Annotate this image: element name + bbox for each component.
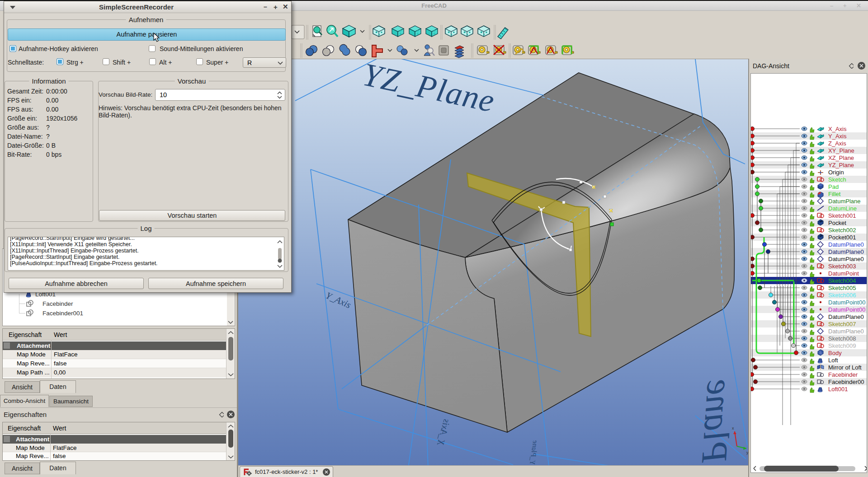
svg-text:Plane: Plane — [694, 378, 740, 465]
svg-text:Sketch008: Sketch008 — [828, 335, 856, 342]
svg-text:Mirror of Loft: Mirror of Loft — [828, 364, 862, 371]
svg-text:Pocket: Pocket — [828, 220, 846, 226]
svg-text:Facebinder00: Facebinder00 — [828, 379, 864, 385]
svg-text:Z_Axis: Z_Axis — [828, 140, 846, 147]
svg-text:Sketch005: Sketch005 — [828, 285, 856, 291]
svg-text:Sketch002: Sketch002 — [828, 227, 856, 234]
svg-text:Facebinder: Facebinder — [828, 371, 858, 378]
svg-text:DatumLine: DatumLine — [828, 205, 857, 212]
svg-text:Body: Body — [828, 350, 842, 356]
svg-text:Origin: Origin — [828, 169, 844, 176]
svg-text:DatumPlane: DatumPlane — [828, 198, 861, 205]
svg-text:Sketch009: Sketch009 — [828, 342, 856, 349]
svg-text:YZ_Plane: YZ_Plane — [828, 162, 854, 168]
svg-text:DatumPlane0: DatumPlane0 — [828, 256, 864, 262]
svg-text:XY_Plane: XY_Plane — [828, 147, 854, 154]
svg-text:Loft: Loft — [828, 357, 838, 364]
svg-text:Sketch001: Sketch001 — [828, 212, 856, 219]
svg-text:DatumPoint: DatumPoint — [828, 270, 859, 277]
svg-text:x: x — [732, 426, 734, 430]
svg-text:Y_Axis: Y_Axis — [828, 133, 847, 140]
svg-text:X_Axis: X_Axis — [828, 126, 847, 132]
svg-text:Sketch007: Sketch007 — [828, 321, 856, 327]
svg-text:Sketch004: Sketch004 — [828, 277, 856, 284]
svg-text:DatumPlane0: DatumPlane0 — [828, 248, 864, 255]
svg-text:Fillet: Fillet — [828, 191, 841, 197]
svg-text:XZ_Plane: XZ_Plane — [828, 154, 854, 161]
svg-text:DatumPoint00: DatumPoint00 — [828, 306, 865, 313]
svg-text:Sketch006: Sketch006 — [828, 292, 856, 299]
svg-text:DatumPlane0: DatumPlane0 — [828, 328, 864, 335]
svg-text:Loft001: Loft001 — [828, 386, 848, 393]
svg-text:DatumPlane0: DatumPlane0 — [828, 313, 864, 320]
svg-text:DatumPlane0: DatumPlane0 — [828, 241, 864, 248]
svg-text:Pocket001: Pocket001 — [828, 234, 856, 241]
svg-text:DatumPoint00: DatumPoint00 — [828, 299, 865, 306]
svg-text:Sketch003: Sketch003 — [828, 263, 856, 270]
svg-text:Pad: Pad — [828, 183, 839, 190]
svg-text:Sketch: Sketch — [828, 176, 846, 183]
